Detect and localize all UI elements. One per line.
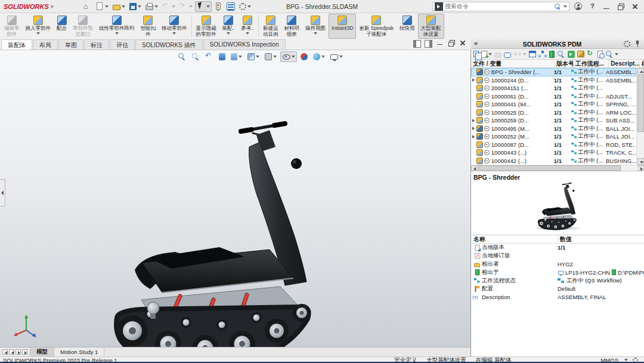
new-doc-button[interactable] xyxy=(94,1,110,11)
ribbon-button-参考..[interactable]: 参考.. xyxy=(238,14,257,39)
zoom-area-button[interactable] xyxy=(190,51,202,62)
dropdown-caret-icon[interactable] xyxy=(227,32,230,35)
tab-SOLIDWORKS 插件[interactable]: SOLIDWORKS 插件 xyxy=(135,39,203,50)
details-view-button[interactable] xyxy=(529,51,536,57)
file-row[interactable]: 200004151 (...1/1工作中 (... xyxy=(471,84,636,93)
tab-装配体[interactable]: 装配体 xyxy=(1,39,32,50)
close-icon[interactable] xyxy=(459,39,466,47)
undo-button[interactable] xyxy=(160,1,177,12)
expand-arrow-icon[interactable] xyxy=(471,119,476,122)
graphics-viewport[interactable]: 模型 Motion Study 1 xyxy=(0,50,471,356)
file-row[interactable]: 10000441 (94...1/1工作中 (...SPRING, ... xyxy=(471,100,636,109)
dropdown-caret-icon[interactable] xyxy=(615,53,618,56)
print-button[interactable] xyxy=(144,2,160,11)
model-3d-view[interactable] xyxy=(0,50,471,347)
horizontal-scrollbar[interactable] xyxy=(471,165,644,171)
annotation-view-button[interactable] xyxy=(229,52,244,61)
refresh-button[interactable] xyxy=(587,50,595,59)
tab-标注[interactable]: 标注 xyxy=(84,39,109,50)
view-orientation-button[interactable] xyxy=(246,52,261,61)
ribbon-button-编辑零-部件[interactable]: 编辑零 部件 xyxy=(1,14,23,39)
help-icon[interactable] xyxy=(588,2,596,11)
copy-file-button[interactable] xyxy=(473,51,479,57)
file-row[interactable]: 10000443 (...)1/1工作中 (...TRACK, C... xyxy=(471,149,636,157)
tab-布局[interactable]: 布局 xyxy=(33,39,58,50)
where-used-button[interactable] xyxy=(538,50,547,59)
restore-icon[interactable] xyxy=(447,39,455,47)
search-caret-icon[interactable] xyxy=(564,5,567,8)
column-description[interactable]: Descript... xyxy=(609,60,640,67)
ribbon-button-拍快照[interactable]: 拍快照 xyxy=(397,14,418,39)
home-button[interactable] xyxy=(81,1,93,12)
dropdown-caret-icon[interactable] xyxy=(239,56,242,58)
history-button[interactable] xyxy=(597,51,603,58)
file-row[interactable]: 10000252 (M...1/1工作中 (...BALL JOI... xyxy=(471,133,636,141)
scroll-left-icon[interactable] xyxy=(471,165,477,171)
file-row[interactable]: 10000087 (D...1/1工作中 (...ROD, STE... xyxy=(471,141,636,149)
expand-arrow-icon[interactable] xyxy=(471,127,476,130)
scroll-down-icon[interactable] xyxy=(637,158,644,165)
dropdown-caret-icon[interactable] xyxy=(172,5,175,8)
get-latest-button[interactable] xyxy=(549,51,555,58)
scroll-right-icon[interactable] xyxy=(638,165,644,171)
tab-motion-study[interactable]: Motion Study 1 xyxy=(54,347,104,356)
dock-left-icon[interactable] xyxy=(413,40,421,48)
select-arrow-button[interactable] xyxy=(195,1,212,12)
pane-pin-icon[interactable] xyxy=(633,40,642,48)
tab-草图[interactable]: 草图 xyxy=(58,39,83,50)
update-ref-button[interactable] xyxy=(568,51,575,58)
check-in-button[interactable] xyxy=(504,51,511,58)
minimize-icon[interactable] xyxy=(436,39,444,47)
add-file-button[interactable] xyxy=(481,51,492,58)
previous-view-button[interactable] xyxy=(203,51,215,62)
pane-settings-icon[interactable] xyxy=(624,41,630,47)
options-button[interactable] xyxy=(237,2,253,11)
ribbon-button-线性零部件阵列[interactable]: 线性零部件阵列 xyxy=(96,14,138,39)
hscrollbar-thumb[interactable] xyxy=(478,165,621,171)
featuremanager-collapse-handle[interactable] xyxy=(0,179,5,207)
dropdown-caret-icon[interactable] xyxy=(247,5,251,8)
package-button[interactable] xyxy=(577,51,584,57)
dropdown-caret-icon[interactable] xyxy=(105,5,109,8)
search-icon[interactable] xyxy=(554,3,561,10)
command-search[interactable] xyxy=(432,2,569,11)
ribbon-button-爆炸视图[interactable]: 爆炸视图 xyxy=(302,14,329,39)
minimize-icon[interactable] xyxy=(602,2,611,11)
file-row[interactable]: 10000495 (M...1/1工作中 (...BALL JOI... xyxy=(471,125,636,133)
hide-show-items-button[interactable] xyxy=(280,51,297,62)
close-icon[interactable] xyxy=(631,2,639,11)
search-input[interactable] xyxy=(445,3,554,10)
ribbon-button-Instant3D[interactable]: Instant3D xyxy=(329,14,356,39)
login-icon[interactable] xyxy=(574,2,582,10)
file-row[interactable]: 10000442 (...)1/1工作中 (...BUSHING... xyxy=(471,157,636,165)
dropdown-caret-icon[interactable] xyxy=(523,53,527,56)
ribbon-button-零部件预-览窗口[interactable]: 零部件预 览窗口 xyxy=(70,14,96,39)
apply-scene-button[interactable] xyxy=(311,52,327,61)
column-workflow[interactable]: 工作流程... xyxy=(574,60,609,68)
check-out-button[interactable] xyxy=(494,51,501,58)
redo-button[interactable] xyxy=(178,1,194,12)
scroll-up-icon[interactable] xyxy=(637,68,644,75)
file-row[interactable]: 10000061 (D...1/1工作中 (...ADJUST... xyxy=(471,93,636,101)
dock-right-icon[interactable] xyxy=(425,40,432,48)
ribbon-button-插入零部件[interactable]: 插入零部件 xyxy=(23,14,54,39)
dropdown-caret-icon[interactable] xyxy=(189,5,193,8)
column-checked-out[interactable]: 检出 xyxy=(640,60,644,68)
dropdown-caret-icon[interactable] xyxy=(321,56,325,58)
ribbon-button-更新-Speedpak-子装配体[interactable]: 更新 Speedpak 子装配体 xyxy=(356,14,397,39)
ribbon-button-显示隐藏-的零部件[interactable]: 显示隐藏 的零部件 xyxy=(193,14,219,39)
ribbon-button-装配..[interactable]: 装配.. xyxy=(219,14,239,39)
view-settings-button[interactable] xyxy=(329,52,345,61)
dropdown-caret-icon[interactable] xyxy=(122,5,125,8)
expand-arrow-icon[interactable] xyxy=(471,135,476,139)
dropdown-caret-icon[interactable] xyxy=(172,32,176,35)
tab-SOLIDWORKS Inspection[interactable]: SOLIDWORKS Inspection xyxy=(203,39,286,50)
section-view-button[interactable] xyxy=(217,52,227,61)
display-style-button[interactable] xyxy=(263,52,278,61)
ribbon-button-材料明-细表[interactable]: 材料明 细表 xyxy=(281,14,302,39)
dropdown-caret-icon[interactable] xyxy=(36,32,40,35)
ribbon-button-移动零部件[interactable]: 移动零部件 xyxy=(159,14,190,39)
dropdown-caret-icon[interactable] xyxy=(154,5,158,8)
last-tab-button[interactable] xyxy=(22,349,27,355)
dropdown-caret-icon[interactable] xyxy=(256,56,259,58)
